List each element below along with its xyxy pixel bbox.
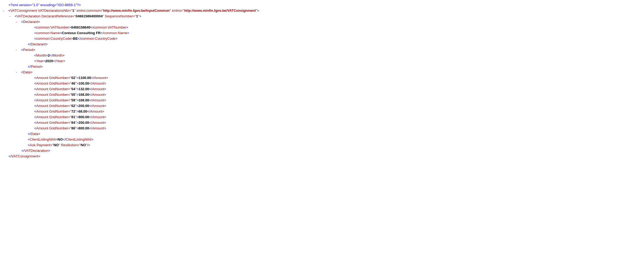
- collapse-icon[interactable]: -: [15, 69, 18, 75]
- month-row: <Month>2</Month>: [2, 53, 642, 58]
- root-elem: VATConsignment: [10, 9, 37, 13]
- vatdeclaration-open: - <VATDeclaration DeclarantReference="04…: [2, 13, 642, 19]
- declarant-close: </Declarant>: [2, 41, 642, 47]
- collapse-icon[interactable]: -: [15, 19, 18, 25]
- collapse-icon[interactable]: -: [9, 13, 12, 19]
- amount-row: <Amount GridNumber="59">168.00</Amount>: [2, 97, 642, 103]
- vatconsignment-close: </VATConsignment>: [2, 153, 642, 159]
- xml-decl-open: <?: [9, 3, 13, 7]
- collapse-icon[interactable]: -: [15, 47, 18, 53]
- xml-decl-close: ?>: [77, 3, 81, 7]
- vatconsignment-open: - <VATConsignment VATDeclarationsNbr="1"…: [2, 8, 642, 13]
- clientlistingnihil-row: <ClientListingNihil>NO</ClientListingNih…: [2, 137, 642, 142]
- amount-row: <Amount GridNumber="55">168.00</Amount>: [2, 92, 642, 97]
- declarant-open: - <Declarant>: [2, 19, 642, 25]
- year-row: <Year>2020</Year>: [2, 58, 642, 64]
- period-close: </Period>: [2, 64, 642, 69]
- name-row: <common:Name>Contoso Consulting FR</comm…: [2, 30, 642, 36]
- amount-row: <Amount GridNumber="54">132.00</Amount>: [2, 86, 642, 92]
- amount-row: <Amount GridNumber="46">100.00</Amount>: [2, 81, 642, 86]
- collapse-icon[interactable]: -: [2, 8, 5, 13]
- amount-row: <Amount GridNumber="72">68.00</Amount>: [2, 109, 642, 114]
- data-open: - <Data>: [2, 69, 642, 75]
- amount-row: <Amount GridNumber="62">200.00</Amount>: [2, 103, 642, 109]
- xml-declaration: <?xml version="1.0" encoding="ISO-8859-1…: [2, 2, 642, 8]
- vatnumber-row: <common:VATNumber>0466158640</common:VAT…: [2, 25, 642, 30]
- xml-decl-attrs: version="1.0" encoding="ISO-8859-1": [18, 3, 77, 7]
- period-open: - <Period>: [2, 47, 642, 53]
- data-close: </Data>: [2, 131, 642, 137]
- countrycode-row: <common:CountryCode>BE</common:CountryCo…: [2, 36, 642, 41]
- xml-decl-name: xml: [13, 3, 18, 7]
- ask-row: <Ask Payment="NO" Restitution="NO"/>: [2, 142, 642, 148]
- amount-row: <Amount GridNumber="84">200.00</Amount>: [2, 120, 642, 125]
- vatdeclaration-close: </VATDeclaration>: [2, 148, 642, 153]
- amount-row: <Amount GridNumber="81">800.00</Amount>: [2, 114, 642, 120]
- amount-row: <Amount GridNumber="02">1100.00</Amount>: [2, 75, 642, 81]
- amount-row: <Amount GridNumber="86">800.00</Amount>: [2, 125, 642, 131]
